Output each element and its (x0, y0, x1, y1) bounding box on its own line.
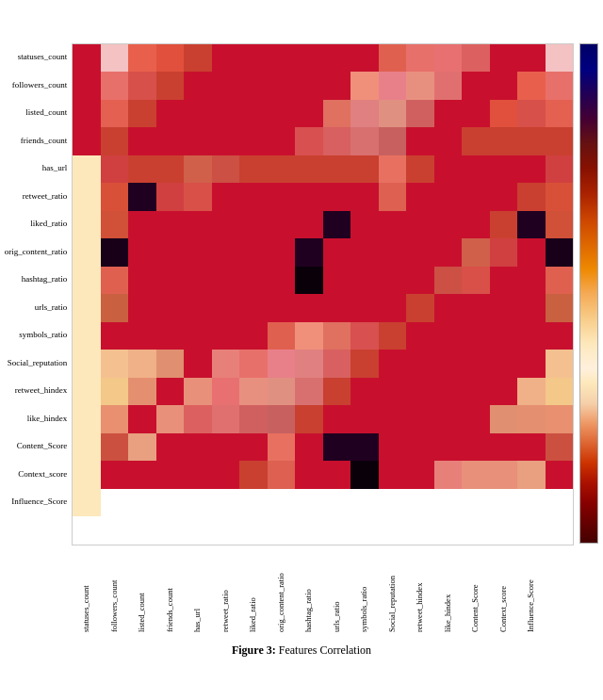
cell-1-15 (462, 72, 490, 100)
cell-14-1 (212, 405, 240, 433)
cell-0-15 (490, 44, 518, 73)
cell-0-12 (406, 44, 434, 73)
cell-1-13 (406, 72, 434, 100)
x-label-2: listed_count (137, 547, 146, 632)
cell-2-2 (73, 100, 101, 128)
cell-8-6 (517, 238, 546, 267)
cell-13-4 (323, 378, 351, 406)
cell-0-9 (323, 44, 351, 73)
x-label-10: symbols_ratio (359, 547, 368, 632)
cell-5-15 (350, 183, 379, 211)
cell-9-3 (406, 267, 434, 295)
cell-0-4 (184, 44, 212, 73)
cell-3-4 (101, 127, 129, 155)
cell-12-0 (239, 350, 268, 378)
cell-14-0 (184, 405, 212, 433)
cell-5-7 (128, 183, 156, 211)
cell-1-14 (434, 72, 463, 100)
cell-14-13 (546, 405, 574, 433)
cell-3-0 (490, 100, 518, 128)
cell-9-2 (379, 267, 407, 295)
cell-8-1 (379, 238, 407, 267)
cell-10-9 (546, 294, 574, 322)
cell-1-5 (184, 72, 212, 100)
cell-10-1 (323, 294, 351, 322)
cell-0-0 (73, 44, 101, 73)
cell-12-16 (184, 378, 212, 406)
x-label-0: statuses_count (81, 547, 90, 632)
cell-6-13 (268, 211, 296, 239)
cell-8-5 (490, 238, 518, 267)
cell-15-8 (379, 433, 407, 462)
cell-14-5 (323, 405, 351, 433)
cell-13-2 (268, 378, 296, 406)
cell-11-13 (128, 350, 156, 378)
cell-11-2 (323, 322, 351, 350)
cell-9-10 (101, 294, 129, 322)
cell-15-2 (212, 433, 240, 462)
y-label-7: orig_content_ratio (5, 237, 70, 266)
cell-4-2 (517, 127, 546, 155)
cell-9-5 (462, 267, 490, 295)
cell-8-7 (546, 238, 574, 267)
cell-6-7 (101, 211, 129, 239)
cell-0-7 (268, 44, 296, 73)
cell-2-11 (323, 100, 351, 128)
cell-13-11 (517, 378, 546, 406)
x-label-wrapper-6: liked_ratio (238, 547, 267, 632)
cell-1-2 (101, 72, 129, 100)
cell-10-6 (462, 294, 490, 322)
figure-caption: Figure 3: Features Correlation (232, 643, 371, 658)
cell-15-4 (268, 433, 296, 462)
cell-4-16 (406, 155, 434, 184)
cell-2-4 (128, 100, 156, 128)
x-label-wrapper-4: has_url (183, 547, 211, 632)
cell-11-8 (490, 322, 518, 350)
cell-5-16 (379, 183, 407, 211)
cell-0-2 (128, 44, 156, 73)
cell-5-4 (546, 155, 574, 184)
cell-11-6 (434, 322, 463, 350)
cell-4-7 (156, 155, 185, 184)
cell-13-15 (128, 405, 156, 433)
cell-16-0 (128, 461, 156, 489)
chart-area: statuses_countfollowers_countlisted_coun… (5, 43, 598, 632)
cell-6-5 (546, 183, 574, 211)
cell-0-1 (101, 44, 129, 73)
cell-16-11 (434, 461, 463, 489)
cell-13-0 (212, 378, 240, 406)
cell-7-7 (73, 238, 101, 267)
cell-1-3 (128, 72, 156, 100)
cell-13-3 (295, 378, 323, 406)
x-label-wrapper-1: followers_count (100, 547, 128, 632)
cell-6-3 (490, 183, 518, 211)
y-label-16: Influence_Score (5, 488, 70, 516)
cell-8-3 (434, 238, 463, 267)
cell-16-3 (212, 461, 240, 489)
cell-5-3 (517, 155, 546, 184)
cell-13-5 (350, 378, 379, 406)
cell-10-12 (128, 322, 156, 350)
x-label-3: friends_count (165, 547, 174, 632)
cell-5-8 (156, 183, 185, 211)
cell-15-13 (517, 433, 546, 462)
cell-16-4 (239, 461, 268, 489)
cell-1-7 (239, 72, 268, 100)
cell-2-15 (434, 100, 463, 128)
cell-0-14 (462, 44, 490, 73)
y-label-6: liked_ratio (5, 210, 70, 238)
cell-10-0 (295, 294, 323, 322)
cell-6-14 (295, 211, 323, 239)
cell-10-10 (73, 322, 101, 350)
cell-4-4 (73, 155, 101, 184)
cell-4-3 (546, 127, 574, 155)
y-label-3: friends_count (5, 126, 70, 155)
x-label-wrapper-15: Context_score (489, 547, 517, 632)
cell-11-11 (73, 350, 101, 378)
cell-11-7 (462, 322, 490, 350)
x-label-wrapper-14: Content_Score (461, 547, 489, 632)
cell-7-10 (156, 238, 185, 267)
colorbar-gradient (579, 43, 598, 544)
cell-2-1 (546, 72, 574, 100)
heatmap-and-colorbar: statuses_countfollowers_countlisted_coun… (72, 43, 598, 632)
